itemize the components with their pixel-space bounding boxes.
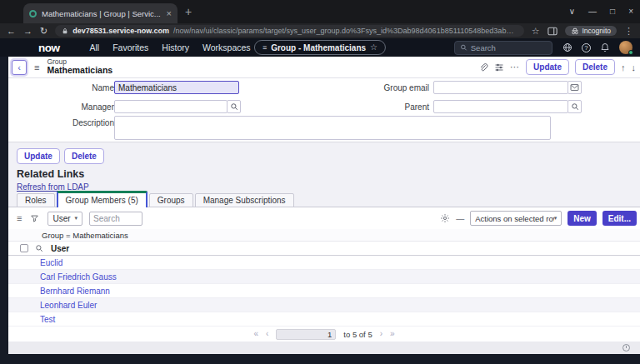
description-field[interactable] bbox=[114, 116, 551, 140]
group-email-field[interactable] bbox=[433, 81, 568, 94]
pagination-range: to 5 of 5 bbox=[343, 330, 372, 339]
tab-groups[interactable]: Groups bbox=[149, 193, 193, 207]
related-links-title: Related Links bbox=[17, 168, 84, 180]
tab-manage-subscriptions[interactable]: Manage Subscriptions bbox=[195, 193, 294, 207]
edit-button[interactable]: Edit... bbox=[602, 211, 637, 226]
actions-dropdown-value: Actions on selected rows... bbox=[475, 214, 553, 223]
footer-buttons: Update Delete bbox=[17, 148, 104, 164]
nav-favorites[interactable]: Favorites bbox=[112, 42, 148, 52]
search-field-selector[interactable]: User ▾ bbox=[48, 212, 82, 226]
user-avatar[interactable] bbox=[619, 41, 632, 54]
forward-icon[interactable]: → bbox=[23, 27, 32, 36]
column-search-icon[interactable] bbox=[35, 244, 43, 252]
email-button[interactable] bbox=[568, 81, 582, 94]
manager-field[interactable] bbox=[114, 100, 228, 113]
window-maximize-icon[interactable]: □ bbox=[610, 7, 615, 16]
previous-page-icon[interactable]: ‹ bbox=[266, 330, 268, 338]
back-button[interactable]: ‹ bbox=[12, 60, 27, 75]
user-link[interactable]: Carl Friedrich Gauss bbox=[40, 272, 117, 282]
pill-star-icon[interactable]: ☆ bbox=[370, 43, 378, 52]
chevron-down-icon: ▾ bbox=[75, 215, 78, 222]
gear-icon[interactable] bbox=[440, 213, 450, 223]
update-button-bottom[interactable]: Update bbox=[17, 148, 60, 164]
tab-roles[interactable]: Roles bbox=[17, 193, 55, 207]
window-chevron-icon[interactable]: ∨ bbox=[569, 7, 575, 16]
last-page-icon[interactable]: » bbox=[390, 330, 395, 338]
table-row[interactable]: Carl Friedrich Gauss bbox=[8, 270, 640, 284]
filter-funnel-icon[interactable] bbox=[30, 214, 39, 223]
next-record-icon[interactable]: ↓ bbox=[632, 62, 637, 72]
collapse-icon[interactable]: — bbox=[456, 214, 464, 223]
delete-button-bottom[interactable]: Delete bbox=[64, 148, 104, 164]
name-label: Name bbox=[14, 83, 114, 92]
manager-lookup-button[interactable] bbox=[227, 100, 241, 113]
nav-history[interactable]: History bbox=[162, 42, 189, 52]
user-link[interactable]: Bernhard Riemann bbox=[40, 287, 110, 296]
attachment-paperclip-icon[interactable] bbox=[478, 62, 488, 72]
next-page-icon[interactable]: › bbox=[380, 330, 382, 338]
window-close-icon[interactable]: × bbox=[628, 7, 633, 16]
parent-lookup-button[interactable] bbox=[568, 100, 582, 113]
globe-icon[interactable] bbox=[562, 42, 572, 52]
notifications-bell-icon[interactable] bbox=[600, 42, 610, 52]
global-search[interactable] bbox=[454, 41, 552, 55]
help-icon[interactable]: ? bbox=[582, 43, 591, 52]
tab-group-members[interactable]: Group Members (5) bbox=[57, 191, 148, 207]
new-tab-button[interactable]: + bbox=[185, 6, 192, 17]
nav-workspaces[interactable]: Workspaces bbox=[202, 42, 251, 52]
presence-dot bbox=[628, 50, 633, 55]
first-page-icon[interactable]: « bbox=[253, 330, 258, 338]
context-pill[interactable]: ≡ Group - Mathematicians ☆ bbox=[254, 40, 386, 55]
more-actions-icon[interactable]: ⋯ bbox=[510, 62, 520, 72]
browser-tabstrip: Mathematicians | Group | Servic... × + ∨… bbox=[0, 0, 640, 23]
parent-label: Parent bbox=[329, 102, 429, 112]
content-frame: ‹ ≡ Group Mathematicians ⋯ Update Delete… bbox=[8, 57, 640, 354]
reload-icon[interactable]: ↻ bbox=[40, 27, 48, 36]
nav-all[interactable]: All bbox=[90, 42, 100, 52]
response-time-icon[interactable] bbox=[622, 344, 630, 352]
search-icon bbox=[460, 43, 468, 52]
window-minimize-icon[interactable]: — bbox=[588, 7, 597, 16]
servicenow-logo[interactable]: now bbox=[38, 42, 60, 54]
list-breadcrumb-row: Group = Mathematicians bbox=[8, 229, 640, 242]
list-menu-icon[interactable]: ≡ bbox=[17, 213, 22, 223]
breadcrumb[interactable]: Group = Mathematicians bbox=[42, 231, 128, 240]
name-field[interactable] bbox=[114, 81, 239, 94]
table-row[interactable]: Bernhard Riemann bbox=[8, 284, 640, 298]
previous-record-icon[interactable]: ↑ bbox=[621, 62, 626, 72]
table-row[interactable]: Euclid bbox=[8, 256, 640, 270]
servicenow-header: now All Favorites History Workspaces ≡ G… bbox=[0, 38, 640, 57]
actions-dropdown[interactable]: Actions on selected rows... ▾ bbox=[470, 211, 562, 226]
form-context-menu-icon[interactable]: ≡ bbox=[34, 62, 39, 72]
user-link[interactable]: Leonhard Euler bbox=[40, 301, 97, 310]
select-all-checkbox[interactable] bbox=[20, 244, 28, 252]
incognito-label: Incognito bbox=[582, 27, 612, 35]
list-search-input[interactable] bbox=[89, 212, 142, 226]
new-button[interactable]: New bbox=[568, 211, 597, 226]
browser-menu-icon[interactable]: ⋮ bbox=[624, 27, 633, 36]
back-icon[interactable]: ← bbox=[7, 27, 16, 36]
table-row[interactable]: Test bbox=[8, 312, 640, 327]
header-nav: All Favorites History Workspaces bbox=[90, 42, 251, 52]
manager-label: Manager bbox=[14, 102, 114, 112]
pill-menu-icon[interactable]: ≡ bbox=[262, 44, 267, 52]
personalize-sliders-icon[interactable] bbox=[494, 62, 504, 72]
parent-field[interactable] bbox=[433, 100, 568, 113]
page-number-input[interactable] bbox=[276, 329, 336, 340]
side-panel-icon[interactable] bbox=[548, 27, 558, 36]
screen: Mathematicians | Group | Servic... × + ∨… bbox=[0, 0, 640, 364]
pagination: « ‹ to 5 of 5 › » bbox=[8, 327, 640, 342]
browser-tab[interactable]: Mathematicians | Group | Servic... × bbox=[23, 3, 178, 23]
member-list: Euclid Carl Friedrich Gauss Bernhard Rie… bbox=[8, 256, 640, 327]
address-bar[interactable]: dev78531.service-now.com /now/nav/ui/cla… bbox=[55, 25, 523, 37]
delete-button[interactable]: Delete bbox=[575, 59, 615, 75]
global-search-input[interactable] bbox=[471, 43, 547, 52]
user-link[interactable]: Test bbox=[40, 315, 55, 324]
bookmark-star-icon[interactable]: ☆ bbox=[532, 27, 540, 36]
tab-close-icon[interactable]: × bbox=[167, 9, 172, 18]
column-header-user[interactable]: User bbox=[51, 244, 69, 253]
table-row[interactable]: Leonhard Euler bbox=[8, 298, 640, 312]
update-button[interactable]: Update bbox=[526, 59, 569, 75]
user-link[interactable]: Euclid bbox=[40, 258, 62, 267]
url-host: dev78531.service-now.com bbox=[72, 27, 169, 35]
